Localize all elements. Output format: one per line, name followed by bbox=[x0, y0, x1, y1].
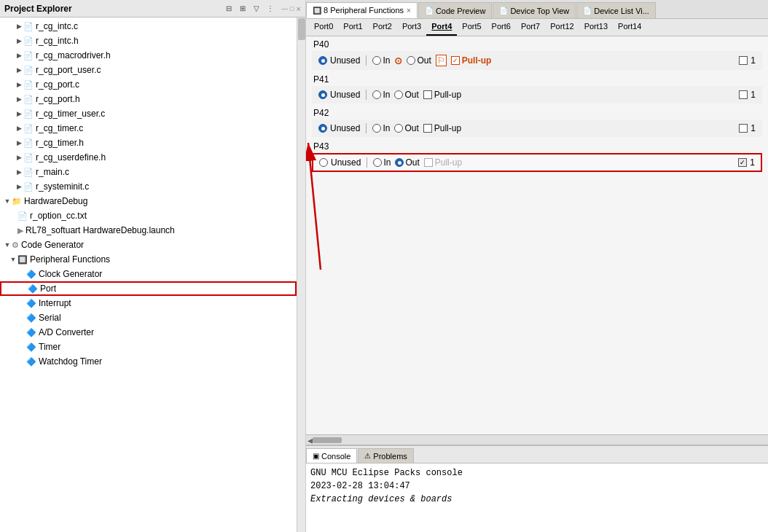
menu-icon[interactable]: ⋮ bbox=[265, 3, 276, 15]
unused-radio-circle bbox=[319, 158, 328, 167]
tree-item-ad_converter[interactable]: 🔷 A/D Converter bbox=[0, 325, 297, 340]
tree-label: Interrupt bbox=[39, 298, 71, 308]
port-tab-port0[interactable]: Port0 bbox=[309, 20, 338, 36]
tree-item-code_generator[interactable]: ▼ ⚙ Code Generator bbox=[0, 238, 297, 252]
separator bbox=[367, 157, 367, 168]
file-icon: 📄 bbox=[23, 80, 34, 90]
port-value-group: 1 bbox=[739, 90, 756, 100]
pullup-checkbox[interactable] bbox=[423, 90, 432, 99]
tree-item-r_cg_intc_h[interactable]: ▶ 📄 r_cg_intc.h bbox=[0, 34, 297, 48]
tab-device_top[interactable]: 📄Device Top View bbox=[493, 2, 576, 18]
tree-item-interrupt[interactable]: 🔷 Interrupt bbox=[0, 296, 297, 310]
scroll-left-icon[interactable]: ◂ bbox=[307, 434, 313, 445]
file-icon: 📄 bbox=[23, 153, 34, 163]
tree-item-r_main_c[interactable]: ▶ 📄 r_main.c bbox=[0, 165, 297, 179]
tree-item-r_cg_macrodriver_h[interactable]: ▶ 📄 r_cg_macrodriver.h bbox=[0, 48, 297, 63]
port-tab-port3[interactable]: Port3 bbox=[397, 20, 426, 36]
collapse-all-icon[interactable]: ⊟ bbox=[223, 3, 235, 15]
port-tab-port14[interactable]: Port14 bbox=[613, 20, 646, 36]
port-row-P41: Unused In Out Pull-up 1 bbox=[312, 86, 762, 103]
unused-radio-circle bbox=[318, 124, 327, 133]
tree-item-r_option_cc_txt[interactable]: 📄 r_option_cc.txt bbox=[0, 208, 297, 223]
tree-item-r_cg_intc_c[interactable]: ▶ 📄 r_cg_intc.c bbox=[0, 19, 297, 34]
console-icon: ▣ bbox=[313, 452, 319, 460]
vertical-scrollbar[interactable] bbox=[297, 17, 305, 532]
tree-item-watchdog_timer[interactable]: 🔷 Watchdog Timer bbox=[0, 354, 297, 369]
tree-item-r_cg_timer_h[interactable]: ▶ 📄 r_cg_timer.h bbox=[0, 136, 297, 150]
tree-item-rl78_softuart[interactable]: ▶ RL78_softuart HardwareDebug.launch bbox=[0, 223, 297, 238]
in-radio-option[interactable]: In bbox=[372, 90, 390, 100]
tree-label: r_cg_intc.h bbox=[36, 36, 79, 46]
scrollbar-thumb[interactable] bbox=[298, 18, 305, 40]
pullup-checkbox[interactable]: ✓ bbox=[451, 56, 460, 65]
port-section-label-P42: P42 bbox=[313, 108, 762, 118]
port-tab-port1[interactable]: Port1 bbox=[338, 20, 367, 36]
h-scroll-thumb[interactable] bbox=[313, 437, 342, 443]
in-radio-circle bbox=[372, 56, 381, 65]
pullup-label: Pull-up bbox=[434, 90, 461, 100]
port-tab-port2[interactable]: Port2 bbox=[368, 20, 397, 36]
pullup-checkbox[interactable] bbox=[423, 124, 432, 133]
file-icon: 📄 bbox=[23, 22, 34, 31]
tree-item-r_cg_timer_c[interactable]: ▶ 📄 r_cg_timer.c bbox=[0, 121, 297, 136]
tree-label: Serial bbox=[39, 313, 61, 323]
launch-icon: ▶ bbox=[17, 226, 23, 235]
tree-arrow: ▼ bbox=[3, 241, 12, 249]
maximize-icon[interactable]: □ bbox=[290, 5, 294, 12]
tab-peripheral[interactable]: 🔲8 Peripheral Functions× bbox=[306, 2, 418, 18]
out-label: Out bbox=[404, 123, 418, 133]
port-tab-port13[interactable]: Port13 bbox=[579, 20, 613, 36]
tree-item-r_cg_userdefine_h[interactable]: ▶ 📄 r_cg_userdefine.h bbox=[0, 150, 297, 165]
pullup-checkbox[interactable] bbox=[424, 158, 433, 167]
in-radio-option[interactable]: In bbox=[372, 55, 390, 66]
file-icon: 📄 bbox=[23, 182, 34, 192]
tree-item-r_cg_port_c[interactable]: ▶ 📄 r_cg_port.c bbox=[0, 77, 297, 92]
pullup-group: Pull-up bbox=[423, 90, 461, 100]
port-tab-port7[interactable]: Port7 bbox=[516, 20, 545, 36]
out-radio-option[interactable]: Out bbox=[407, 55, 431, 66]
tree-item-clock_generator[interactable]: 🔷 Clock Generator bbox=[0, 267, 297, 281]
sync-icon[interactable]: ⊞ bbox=[237, 3, 248, 15]
tab-device_list[interactable]: 📄Device List Vi... bbox=[576, 2, 656, 18]
tree-item-r_cg_timer_user_c[interactable]: ▶ 📄 r_cg_timer_user.c bbox=[0, 106, 297, 121]
tree-item-peripheral_functions[interactable]: ▼ 🔲 Peripheral Functions bbox=[0, 252, 297, 267]
tree-item-timer[interactable]: 🔷 Timer bbox=[0, 340, 297, 354]
port-tab-port4[interactable]: Port4 bbox=[426, 20, 457, 36]
value-checkbox[interactable] bbox=[739, 56, 748, 65]
tree-label: r_main.c bbox=[36, 167, 69, 177]
tree-item-port[interactable]: 🔷 Port bbox=[0, 281, 297, 296]
out-radio-option[interactable]: Out bbox=[394, 90, 418, 100]
folder-icon: 📁 bbox=[12, 197, 22, 206]
bottom-tab-console[interactable]: ▣Console bbox=[306, 448, 357, 463]
filter-icon[interactable]: ▽ bbox=[251, 3, 262, 15]
tree-item-r_cg_port_h[interactable]: ▶ 📄 r_cg_port.h bbox=[0, 92, 297, 106]
out-radio-option[interactable]: Out bbox=[394, 123, 418, 133]
port-section-P43: P43 Unused In Out Pull-up ✓ 1 bbox=[312, 141, 762, 172]
tree-item-hardware_debug[interactable]: ▼ 📁 HardwareDebug bbox=[0, 194, 297, 208]
out-radio-option[interactable]: Out bbox=[395, 157, 419, 168]
port-tab-port12[interactable]: Port12 bbox=[545, 20, 579, 36]
tree-arrow: ▶ bbox=[15, 139, 23, 146]
tab-code_preview[interactable]: 📄Code Preview bbox=[418, 2, 492, 18]
tree-item-r_systeminit_c[interactable]: ▶ 📄 r_systeminit.c bbox=[0, 179, 297, 194]
value-checkbox[interactable] bbox=[739, 124, 748, 133]
tree-item-r_cg_port_user_c[interactable]: ▶ 📄 r_cg_port_user.c bbox=[0, 63, 297, 77]
problems-icon: ⚠ bbox=[364, 452, 371, 460]
in-radio-option[interactable]: In bbox=[372, 123, 390, 133]
value-checkbox[interactable] bbox=[739, 90, 748, 99]
tab-close-btn[interactable]: × bbox=[407, 7, 411, 15]
bottom-tab-problems[interactable]: ⚠Problems bbox=[358, 448, 413, 463]
tree-label: r_cg_port_user.c bbox=[36, 65, 101, 75]
port-tab-port6[interactable]: Port6 bbox=[487, 20, 516, 36]
minimize-icon[interactable]: — bbox=[281, 5, 288, 12]
horizontal-scrollbar[interactable]: ◂ bbox=[306, 434, 768, 445]
tree-item-serial[interactable]: 🔷 Serial bbox=[0, 310, 297, 325]
in-radio-option[interactable]: In bbox=[373, 157, 391, 168]
bottom-panel: ▣Console⚠Problems GNU MCU Eclipse Packs … bbox=[306, 445, 768, 532]
port-tab-port5[interactable]: Port5 bbox=[457, 20, 486, 36]
port-value-group: 1 bbox=[739, 55, 756, 66]
tree-label: r_cg_port.c bbox=[36, 79, 79, 90]
console-content: GNU MCU Eclipse Packs console 2023-02-28… bbox=[306, 463, 768, 532]
value-checkbox[interactable]: ✓ bbox=[738, 158, 747, 167]
close-panel-icon[interactable]: × bbox=[297, 4, 301, 13]
